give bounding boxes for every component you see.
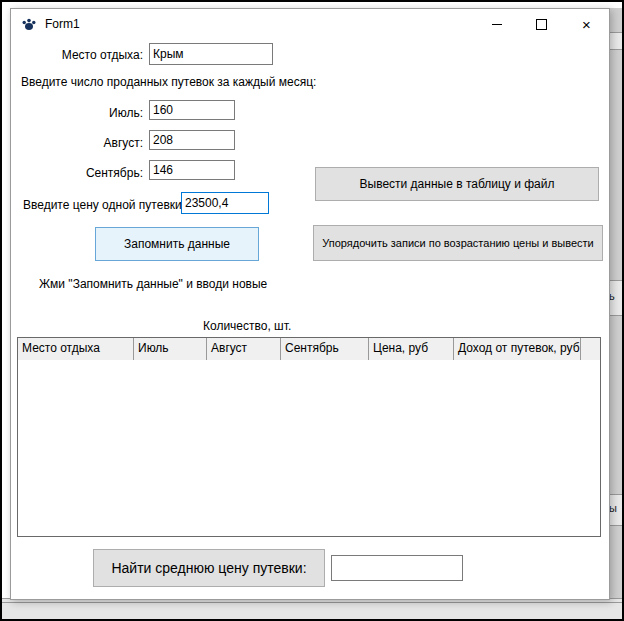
column-header[interactable]: Сентябрь <box>281 338 369 360</box>
form-client-area: Место отдыха: Введите число проданных пу… <box>11 39 609 599</box>
background-text-fragment: ы <box>609 502 617 514</box>
column-header[interactable]: Август <box>207 338 281 360</box>
remember-data-button[interactable]: Запомнить данные <box>95 227 259 261</box>
table-caption: Количество, шт. <box>203 319 291 333</box>
minimize-button[interactable] <box>474 9 519 39</box>
background-window-bottom-edge <box>2 598 622 619</box>
find-average-price-button[interactable]: Найти среднюю цену путевки: <box>93 549 325 587</box>
column-header[interactable]: Доход от путевок, руб <box>454 338 581 360</box>
sort-by-price-button[interactable]: Упорядочить записи по возрастанию цены и… <box>313 225 603 261</box>
column-header-filler <box>581 338 600 360</box>
place-label: Место отдыха: <box>31 48 143 62</box>
place-input[interactable] <box>149 43 273 65</box>
months-instruction-label: Введите число проданных путевок за кажды… <box>21 75 316 89</box>
title-bar[interactable]: Form1 × <box>11 9 609 39</box>
close-button[interactable]: × <box>564 9 609 39</box>
window-title: Form1 <box>45 9 80 39</box>
form1-window: Form1 × Место отдыха: Введите число прод… <box>10 8 610 600</box>
august-input[interactable] <box>149 130 235 150</box>
july-input[interactable] <box>149 100 235 120</box>
table-header-row: Место отдыха Июль Август Сентябрь Цена, … <box>18 338 600 361</box>
price-label: Введите цену одной путевки: <box>23 198 185 212</box>
column-header[interactable]: Место отдыха <box>18 338 134 360</box>
paw-icon <box>21 16 37 32</box>
close-icon: × <box>582 17 591 32</box>
divider <box>2 602 622 603</box>
maximize-icon <box>536 19 547 30</box>
september-input[interactable] <box>149 160 235 180</box>
minimize-icon <box>492 24 502 25</box>
column-header[interactable]: Цена, руб <box>369 338 454 360</box>
table-body-empty[interactable] <box>18 360 600 536</box>
august-label: Август: <box>51 136 143 150</box>
maximize-button[interactable] <box>519 9 564 39</box>
column-header[interactable]: Июль <box>134 338 207 360</box>
screen: { "window": { "title": "Form1" }, "form"… <box>0 0 624 621</box>
remember-hint-label: Жми "Запомнить данные" и вводи новые <box>39 277 267 291</box>
average-price-input[interactable] <box>331 555 463 581</box>
results-table[interactable]: Место отдыха Июль Август Сентябрь Цена, … <box>17 337 601 537</box>
september-label: Сентябрь: <box>51 166 143 180</box>
price-input[interactable] <box>181 192 269 214</box>
output-to-table-button[interactable]: Вывести данные в таблицу и файл <box>315 167 599 201</box>
july-label: Июль: <box>51 106 143 120</box>
